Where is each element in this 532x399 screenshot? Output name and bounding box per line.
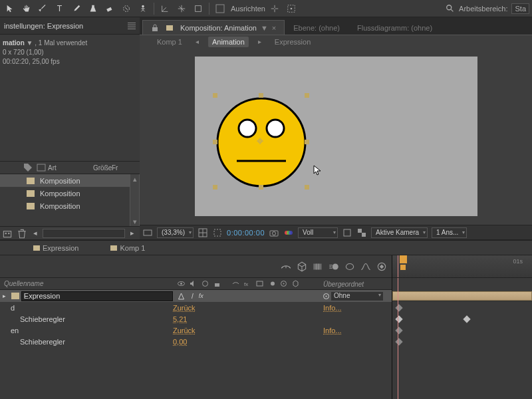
fx-badge[interactable]: fx bbox=[199, 293, 203, 299]
local-axis-icon[interactable] bbox=[158, 2, 172, 15]
current-timecode[interactable]: 0:00:00:00 bbox=[227, 229, 265, 237]
dropdown-icon[interactable]: ▼ bbox=[261, 24, 268, 32]
parent-dropdown[interactable]: Ohne bbox=[331, 291, 384, 301]
selection-handle[interactable] bbox=[259, 93, 263, 98]
breadcrumb-item[interactable]: Expression bbox=[271, 37, 315, 47]
views-dropdown[interactable]: 1 Ans... bbox=[432, 227, 467, 238]
auto-keyframe-icon[interactable] bbox=[376, 261, 388, 272]
pickwhip-icon[interactable] bbox=[322, 292, 331, 301]
keyframe-icon[interactable] bbox=[395, 327, 402, 334]
eye-header-icon[interactable] bbox=[177, 279, 186, 288]
project-item[interactable]: Komposition bbox=[0, 200, 139, 212]
world-axis-icon[interactable] bbox=[174, 2, 189, 15]
tab-composition[interactable]: Komposition: Animation ▼ × bbox=[142, 20, 285, 35]
property-info-link[interactable]: Info... bbox=[323, 327, 342, 334]
roi-icon[interactable] bbox=[342, 227, 352, 238]
fx-header-icon[interactable]: fx bbox=[243, 279, 252, 288]
keyframe-track[interactable] bbox=[392, 313, 532, 325]
chevron-left-icon[interactable]: ◂ bbox=[196, 38, 199, 45]
roto-tool-icon[interactable] bbox=[119, 2, 134, 15]
col-fr[interactable]: Fr bbox=[112, 164, 140, 172]
timeline-marker-icon[interactable] bbox=[400, 265, 406, 270]
layer-name-input[interactable] bbox=[21, 291, 173, 301]
close-tab-icon[interactable]: × bbox=[272, 24, 276, 32]
source-name-header[interactable]: Quellenname bbox=[4, 280, 43, 287]
type-icon[interactable] bbox=[36, 162, 47, 173]
current-time-indicator-line[interactable] bbox=[398, 278, 398, 399]
selection-handle[interactable] bbox=[305, 140, 309, 144]
selection-tool-icon[interactable] bbox=[3, 2, 17, 15]
camera-dropdown[interactable]: Aktive Kamera bbox=[371, 227, 428, 238]
keyframe-icon[interactable] bbox=[395, 315, 402, 323]
timeline-property-row[interactable]: Schieberegler 5,21 bbox=[0, 313, 392, 325]
keyframe-icon[interactable] bbox=[463, 315, 470, 323]
keyframe-track[interactable] bbox=[392, 325, 532, 336]
tab-layer[interactable]: Ebene: (ohne) bbox=[285, 20, 348, 35]
pen-tool-icon[interactable] bbox=[36, 2, 51, 15]
col-name[interactable]: Art bbox=[48, 164, 93, 172]
breadcrumb-item[interactable]: Animation bbox=[208, 37, 249, 47]
timeline-property-row[interactable]: d Zurück Info... bbox=[0, 302, 392, 313]
eraser-tool-icon[interactable] bbox=[102, 2, 117, 15]
motion-blur-icon[interactable] bbox=[328, 261, 340, 272]
property-value-link[interactable]: 0,00 bbox=[173, 338, 187, 346]
grid-icon[interactable] bbox=[198, 227, 208, 238]
col-size[interactable]: Größe bbox=[93, 164, 112, 172]
trash-icon[interactable] bbox=[16, 228, 28, 239]
resolution-dropdown[interactable]: Voll bbox=[298, 227, 338, 238]
project-item[interactable]: Komposition bbox=[0, 187, 139, 200]
keyframe-track[interactable] bbox=[392, 336, 532, 347]
brush-tool-icon[interactable] bbox=[69, 2, 84, 15]
timeline-tab[interactable]: Expression bbox=[29, 243, 82, 253]
bin-icon[interactable] bbox=[1, 228, 13, 239]
keyframe-icon[interactable] bbox=[395, 304, 402, 311]
project-list[interactable]: Komposition Komposition Komposition ▴ ▾ bbox=[0, 174, 140, 226]
comp-canvas[interactable] bbox=[195, 57, 477, 216]
frame-blend-icon[interactable] bbox=[312, 261, 324, 272]
puppet-tool-icon[interactable] bbox=[136, 2, 150, 15]
snap-point-icon[interactable] bbox=[284, 2, 299, 15]
scrollbar[interactable]: ▴ ▾ bbox=[130, 174, 139, 226]
shy-icon[interactable] bbox=[280, 261, 292, 272]
transparency-grid-icon[interactable] bbox=[356, 227, 367, 238]
next-frame-icon[interactable]: ▸ bbox=[126, 228, 138, 239]
text-tool-icon[interactable]: T bbox=[53, 2, 67, 15]
frameblend-header-icon[interactable] bbox=[255, 279, 264, 288]
property-info-link[interactable]: Info... bbox=[323, 304, 342, 312]
timeline-track-area[interactable]: 01s bbox=[392, 255, 532, 399]
brain-icon[interactable] bbox=[344, 261, 356, 272]
lock-header-icon[interactable] bbox=[213, 279, 221, 288]
tab-flowchart[interactable]: Flussdiagramm: (ohne) bbox=[348, 20, 441, 35]
snapshot-icon[interactable] bbox=[269, 227, 279, 238]
scroll-down-icon[interactable]: ▾ bbox=[130, 217, 139, 226]
prev-frame-icon[interactable]: ◂ bbox=[29, 228, 41, 239]
clone-tool-icon[interactable] bbox=[86, 2, 100, 15]
snap-edge-icon[interactable] bbox=[267, 2, 282, 15]
label-icon[interactable] bbox=[23, 162, 33, 173]
property-value-link[interactable]: 5,21 bbox=[173, 315, 187, 323]
selection-handle[interactable] bbox=[305, 93, 309, 98]
motionblur-header-icon[interactable] bbox=[267, 279, 276, 288]
keyframe-track[interactable] bbox=[392, 302, 532, 313]
snap-checkbox-icon[interactable] bbox=[213, 2, 227, 15]
audio-header-icon[interactable] bbox=[189, 279, 198, 288]
property-value-link[interactable]: Zurück bbox=[173, 304, 196, 312]
twirl-icon[interactable]: ▸ bbox=[3, 293, 9, 299]
solo-header-icon[interactable] bbox=[201, 279, 209, 288]
3d-header-icon[interactable] bbox=[291, 279, 300, 288]
selection-handle[interactable] bbox=[305, 185, 309, 190]
timeline-layer-row[interactable]: ▸ / fx Ohne bbox=[0, 290, 392, 302]
keyframe-icon[interactable] bbox=[395, 338, 402, 345]
chevron-right-icon[interactable]: ▸ bbox=[258, 38, 261, 45]
view-axis-icon[interactable] bbox=[191, 2, 205, 15]
anchor-point-icon[interactable] bbox=[257, 138, 263, 144]
collapse-icon[interactable] bbox=[177, 292, 186, 301]
search-icon[interactable] bbox=[446, 4, 455, 13]
property-value-link[interactable]: Zurück bbox=[173, 327, 196, 334]
graph-editor-icon[interactable] bbox=[360, 261, 372, 272]
hand-tool-icon[interactable] bbox=[19, 2, 34, 15]
zoom-dropdown[interactable]: (33,3%) bbox=[157, 227, 194, 238]
selection-handle[interactable] bbox=[213, 140, 217, 144]
current-time-indicator[interactable] bbox=[398, 255, 398, 277]
selection-handle[interactable] bbox=[213, 93, 217, 98]
